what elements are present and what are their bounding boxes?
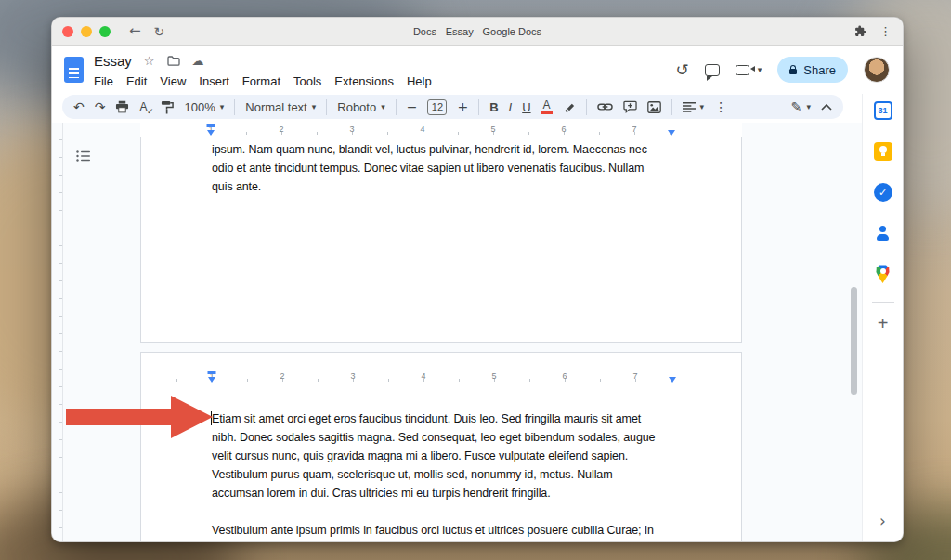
editing-mode-select[interactable]: ✎ ▾: [791, 100, 811, 113]
arrow-tail: [66, 409, 171, 425]
share-button[interactable]: Share: [777, 57, 848, 83]
page-1[interactable]: ipsum. Nam quam nunc, blandit vel, luctu…: [140, 137, 742, 343]
first-line-indent-marker[interactable]: [207, 124, 215, 127]
lock-icon: [789, 69, 797, 74]
comments-icon[interactable]: [705, 64, 720, 76]
highlight-color-icon[interactable]: [563, 100, 576, 114]
add-comment-icon[interactable]: [623, 100, 637, 113]
browser-window: ← ↻ Docs - Essay - Google Docs ⋮ Essay ☆: [51, 17, 904, 542]
print-icon[interactable]: [115, 100, 129, 113]
menu-file[interactable]: File: [87, 72, 120, 90]
chevron-down-icon: ▾: [758, 65, 762, 74]
contacts-icon[interactable]: [874, 224, 892, 242]
page-2-text: Etiam sit amet orci eget eros faucibus t…: [212, 410, 681, 540]
keep-icon[interactable]: [874, 142, 892, 161]
text-line: ipsum. Nam quam nunc, blandit vel, luctu…: [212, 140, 681, 159]
minimize-button[interactable]: [81, 26, 92, 37]
back-icon[interactable]: ←: [129, 24, 141, 38]
paint-format-icon[interactable]: [161, 100, 174, 114]
align-left-icon: [683, 101, 696, 113]
show-outline-icon[interactable]: [72, 147, 95, 165]
ruler-number: 4: [421, 371, 425, 381]
maps-icon[interactable]: [876, 265, 891, 283]
first-line-indent-marker[interactable]: [208, 371, 216, 374]
font-family-select[interactable]: Roboto ▾: [337, 100, 384, 114]
extensions-puzzle-icon[interactable]: [854, 25, 866, 37]
increase-font-size-button[interactable]: +: [457, 100, 468, 113]
reload-icon[interactable]: ↻: [154, 25, 165, 38]
horizontal-ruler: 1234567: [140, 123, 742, 137]
document-scrollbar[interactable]: [851, 287, 857, 395]
meet-presentation-button[interactable]: ▾: [736, 65, 762, 75]
text-line: Etiam sit amet orci eget eros faucibus t…: [212, 410, 681, 428]
ruler-number: 5: [491, 371, 496, 381]
menu-insert[interactable]: Insert: [192, 72, 236, 90]
text-line: nibh. Donec sodales sagittis magna. Sed …: [212, 428, 681, 447]
google-docs-logo[interactable]: [64, 57, 84, 83]
indent-marker-left[interactable]: [208, 377, 215, 383]
page-2[interactable]: 1234567 Etiam sit amet orci eget eros fa…: [140, 352, 742, 541]
chevron-down-icon: ▾: [312, 102, 317, 111]
indent-marker-left[interactable]: [207, 130, 215, 136]
redo-icon[interactable]: ↷: [95, 100, 106, 113]
menu-extensions[interactable]: Extensions: [328, 72, 400, 90]
indent-marker-right[interactable]: [669, 377, 676, 383]
toolbar-overflow-icon[interactable]: ⋮: [714, 100, 727, 113]
menu-tools[interactable]: Tools: [287, 72, 328, 90]
page-1-text: ipsum. Nam quam nunc, blandit vel, luctu…: [212, 140, 681, 196]
page-2-ruler: 1234567: [141, 370, 741, 384]
version-history-icon[interactable]: ↺: [676, 60, 689, 79]
insert-link-icon[interactable]: [597, 101, 613, 112]
text-line: quis ante.: [212, 177, 681, 196]
align-select[interactable]: ▾: [683, 101, 705, 113]
collapse-toolbar-icon[interactable]: [821, 104, 832, 111]
side-panel: 31 ✓ + ›: [862, 94, 903, 541]
vertical-ruler: [55, 123, 63, 541]
italic-button[interactable]: I: [509, 101, 513, 113]
account-avatar[interactable]: [864, 57, 890, 83]
side-panel-divider: [872, 302, 894, 303]
zoom-select[interactable]: 100% ▾: [184, 100, 224, 114]
text-line: Vestibulum purus quam, scelerisque ut, m…: [212, 465, 681, 484]
move-folder-icon[interactable]: [167, 56, 180, 66]
toolbar-divider: [478, 99, 479, 115]
color-swatch: [541, 111, 553, 114]
underline-button[interactable]: U: [522, 101, 530, 113]
browser-titlebar: ← ↻ Docs - Essay - Google Docs ⋮: [52, 18, 903, 46]
text-line: odio et ante tincidunt tempus. Donec vit…: [212, 159, 681, 177]
close-button[interactable]: [62, 26, 73, 37]
text-line: accumsan lorem in dui. Cras ultricies mi…: [212, 484, 681, 502]
menu-format[interactable]: Format: [236, 72, 287, 90]
menu-bar: File Edit View Insert Format Tools Exten…: [87, 72, 438, 90]
indent-marker-right[interactable]: [668, 130, 675, 136]
chevron-down-icon: ▾: [806, 102, 811, 111]
text-color-button[interactable]: A: [541, 99, 553, 114]
text-line: Vestibulum ante ipsum primis in faucibus…: [212, 521, 681, 540]
font-size-input[interactable]: 12: [427, 99, 447, 115]
bold-button[interactable]: B: [489, 101, 498, 113]
decrease-font-size-button[interactable]: −: [407, 100, 418, 113]
calendar-icon[interactable]: 31: [874, 101, 892, 120]
menu-help[interactable]: Help: [400, 72, 438, 90]
spellcheck-icon[interactable]: A✓: [139, 100, 150, 113]
cloud-status-icon[interactable]: ☁: [192, 55, 204, 67]
chevron-down-icon: ▾: [700, 102, 705, 111]
document-canvas: 1234567 ipsum. Nam quam nunc, blandit ve…: [52, 123, 862, 541]
hide-side-panel-icon[interactable]: ›: [879, 512, 886, 530]
undo-icon[interactable]: ↶: [73, 100, 85, 113]
menu-view[interactable]: View: [153, 72, 192, 90]
paragraph-style-select[interactable]: Normal text ▾: [245, 100, 316, 114]
red-arrow-annotation: [66, 396, 213, 438]
document-title[interactable]: Essay: [94, 53, 132, 69]
ruler-number: 7: [632, 124, 636, 134]
ruler-ticks: [176, 132, 705, 135]
insert-image-icon[interactable]: [647, 101, 661, 113]
browser-menu-icon[interactable]: ⋮: [879, 24, 892, 38]
star-icon[interactable]: ☆: [144, 55, 155, 67]
tasks-icon[interactable]: ✓: [874, 183, 892, 202]
toolbar-divider: [326, 99, 327, 115]
fullscreen-button[interactable]: [99, 26, 111, 37]
ruler-number: 2: [279, 124, 283, 134]
menu-edit[interactable]: Edit: [120, 72, 153, 90]
add-addon-button[interactable]: +: [878, 314, 889, 332]
